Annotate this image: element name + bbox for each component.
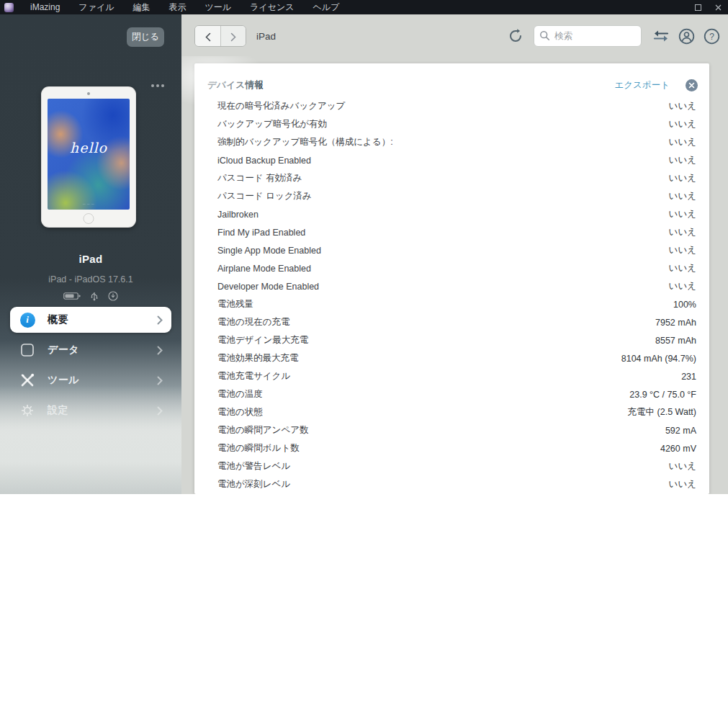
row-label: 現在の暗号化済みバックアップ — [217, 100, 345, 112]
maximize-button[interactable] — [688, 0, 708, 14]
table-row: Airplane Mode Enabled いいえ — [194, 259, 709, 277]
device-name: iPad — [0, 253, 181, 265]
table-row: 電池の現在の充電 7952 mAh — [194, 313, 709, 331]
table-row: Single App Mode Enabled いいえ — [194, 241, 709, 259]
table-row: 電池が深刻レベル いいえ — [194, 475, 709, 493]
more-options-icon[interactable] — [147, 83, 164, 89]
export-link[interactable]: エクスポート — [615, 79, 670, 91]
device-subtitle: iPad - iPadOS 17.6.1 — [0, 274, 181, 284]
sidebar-item-overview[interactable]: i 概要 — [10, 307, 171, 333]
row-value: いいえ — [669, 280, 696, 292]
tools-icon — [19, 372, 36, 389]
sidebar-item-label: データ — [48, 344, 157, 357]
row-value: 23.9 °C / 75.0 °F — [629, 390, 696, 400]
chevron-right-icon — [157, 346, 163, 355]
device-hello-screen: hello — — — — [48, 99, 130, 210]
table-row: Find My iPad Enabled いいえ — [194, 223, 709, 241]
usb-icon — [90, 291, 99, 301]
table-row: Jailbroken いいえ — [194, 205, 709, 223]
row-label: Single App Mode Enabled — [217, 246, 321, 256]
menu-help[interactable]: ヘルプ — [303, 0, 349, 14]
row-label: 電池の瞬間ボルト数 — [217, 442, 300, 454]
row-label: パスコード ロック済み — [217, 190, 312, 202]
panel-header: デバイス情報 エクスポート — [194, 63, 709, 97]
row-label: 電池の温度 — [217, 388, 263, 400]
transfer-button[interactable] — [650, 25, 672, 47]
row-label: パスコード 有効済み — [217, 172, 302, 184]
chevron-right-icon — [157, 315, 163, 325]
table-row: Developer Mode Enabled いいえ — [194, 277, 709, 295]
close-window-button[interactable] — [708, 0, 728, 14]
help-icon: ? — [704, 28, 720, 45]
search-box — [534, 25, 642, 47]
table-row: バックアップ暗号化が有効 いいえ — [194, 115, 709, 133]
sidebar-item-tools[interactable]: ツール — [10, 367, 171, 393]
row-label: Find My iPad Enabled — [217, 228, 305, 238]
content-area: iPad — [181, 14, 728, 494]
battery-icon — [63, 292, 81, 300]
row-value: いいえ — [669, 100, 696, 112]
row-value: いいえ — [669, 154, 696, 166]
menu-file[interactable]: ファイル — [69, 0, 123, 14]
row-label: 電池充電サイクル — [217, 370, 290, 382]
menu-edit[interactable]: 編集 — [123, 0, 159, 14]
content-toolbar: iPad — [181, 14, 728, 58]
sidebar-item-data[interactable]: データ — [10, 337, 171, 363]
sidebar-item-label: 概要 — [48, 313, 157, 326]
row-label: iCloud Backup Enabled — [217, 156, 311, 166]
row-value: 100% — [673, 300, 696, 310]
row-value: いいえ — [669, 244, 696, 256]
row-value: 8104 mAh (94.7%) — [621, 354, 696, 364]
menu-bar: iMazing ファイル 編集 表示 ツール ライセンス ヘルプ — [0, 0, 728, 14]
info-icon: i — [19, 311, 36, 328]
row-value: いいえ — [669, 136, 696, 148]
data-box-icon — [19, 341, 36, 359]
table-row: 現在の暗号化済みバックアップ いいえ — [194, 97, 709, 115]
row-label: 電池の現在の充電 — [217, 316, 290, 328]
gear-icon — [19, 402, 36, 419]
search-input[interactable] — [534, 25, 642, 47]
info-table: 現在の暗号化済みバックアップ いいえ バックアップ暗号化が有効 いいえ 強制的バ… — [194, 97, 709, 493]
row-value: いいえ — [669, 190, 696, 202]
chevron-right-icon — [157, 376, 163, 385]
menu-license[interactable]: ライセンス — [241, 0, 303, 14]
toolbar-device-title: iPad — [256, 31, 276, 42]
row-label: Airplane Mode Enabled — [217, 264, 311, 274]
back-button[interactable] — [195, 26, 220, 47]
row-label: 電池の瞬間アンペア数 — [217, 424, 308, 436]
app-logo-icon — [4, 3, 14, 12]
chevron-right-icon — [157, 406, 163, 416]
svg-text:?: ? — [709, 32, 714, 42]
screen-footnote: — — — — [48, 202, 130, 205]
row-value: 4260 mV — [660, 444, 696, 454]
menu-tools[interactable]: ツール — [195, 0, 241, 14]
table-row: iCloud Backup Enabled いいえ — [194, 151, 709, 169]
account-button[interactable] — [675, 25, 697, 47]
menu-imazing[interactable]: iMazing — [21, 0, 69, 14]
row-label: Jailbroken — [217, 210, 259, 220]
hello-text: hello — [48, 140, 130, 156]
table-row: 電池の状態 充電中 (2.5 Watt) — [194, 403, 709, 421]
row-value: いいえ — [669, 478, 696, 490]
close-device-button[interactable]: 閉じる — [127, 27, 164, 47]
refresh-button[interactable] — [505, 25, 526, 47]
row-value: いいえ — [669, 226, 696, 238]
refresh-icon — [508, 28, 523, 44]
row-label: 電池が深刻レベル — [217, 478, 290, 490]
help-button[interactable]: ? — [701, 25, 722, 47]
row-value: いいえ — [669, 262, 696, 274]
forward-button[interactable] — [220, 26, 246, 47]
sidebar-item-label: 設定 — [48, 404, 157, 417]
row-label: 強制的バックアップ暗号化（構成による）: — [217, 136, 393, 148]
menu-view[interactable]: 表示 — [159, 0, 195, 14]
row-value: 592 mA — [665, 426, 696, 436]
table-row: 強制的バックアップ暗号化（構成による）: いいえ — [194, 133, 709, 151]
device-status-icons — [0, 291, 181, 301]
table-row: 電池の瞬間ボルト数 4260 mV — [194, 439, 709, 457]
device-camera-dot — [87, 92, 90, 95]
table-row: 電池の瞬間アンペア数 592 mA — [194, 421, 709, 439]
sidebar-item-settings[interactable]: 設定 — [10, 398, 171, 424]
device-image: hello — — — — [41, 86, 136, 228]
panel-close-icon[interactable] — [686, 79, 698, 91]
toolbar-right-group: ? — [650, 25, 722, 47]
